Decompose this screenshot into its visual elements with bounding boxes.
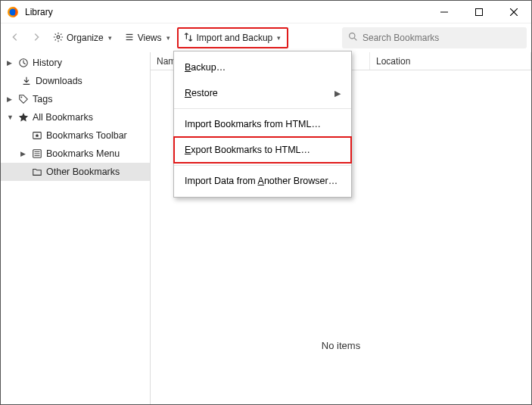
menu-separator: [174, 108, 351, 109]
menu-item-label: Backup…: [185, 62, 226, 73]
search-icon: [348, 31, 362, 45]
sidebar-item-bookmarks-toolbar[interactable]: Bookmarks Toolbar: [1, 126, 150, 145]
menu-item-label: Restore: [185, 88, 218, 98]
sidebar-item-other-bookmarks[interactable]: Other Bookmarks: [1, 163, 150, 181]
chevron-down-icon: ▾: [277, 34, 281, 42]
views-button[interactable]: Views ▾: [119, 27, 176, 48]
toolbar: Organize ▾ Views ▾ Import and Backup ▾: [1, 23, 531, 52]
sidebar-item-label: Other Bookmarks: [46, 167, 120, 177]
chevron-down-icon: ▾: [166, 34, 170, 42]
import-export-icon: [183, 32, 194, 45]
forward-arrow-icon: [31, 32, 42, 45]
menu-item-restore[interactable]: Restore ▶: [174, 80, 351, 106]
sidebar-item-label: All Bookmarks: [33, 112, 93, 123]
chevron-right-icon: ▶: [334, 89, 341, 98]
column-location[interactable]: Location: [370, 52, 531, 70]
window-title: Library: [25, 7, 427, 17]
sidebar: ▶ History Downloads ▶ Tags ▼ All Bookmar…: [1, 52, 151, 404]
close-button[interactable]: [496, 1, 531, 23]
search-input[interactable]: [362, 33, 521, 43]
chevron-down-icon: ▾: [108, 34, 112, 42]
menu-item-backup[interactable]: Backup…: [174, 55, 351, 80]
menu-item-label: Import Data from Another Browser…: [185, 176, 338, 186]
svg-point-6: [57, 36, 60, 39]
expand-icon[interactable]: ▶: [7, 95, 14, 103]
back-arrow-icon: [10, 32, 20, 45]
maximize-button[interactable]: [462, 1, 496, 23]
menu-item-import-other[interactable]: Import Data from Another Browser…: [174, 168, 351, 194]
star-icon: [17, 111, 30, 123]
expand-icon[interactable]: ▶: [7, 59, 14, 67]
import-backup-button[interactable]: Import and Backup ▾: [177, 27, 289, 48]
sidebar-item-bookmarks-menu[interactable]: ▶ Bookmarks Menu: [1, 145, 150, 163]
folder-icon: [31, 166, 43, 178]
svg-line-11: [354, 38, 356, 40]
title-bar: Library: [1, 1, 531, 23]
gear-icon: [53, 32, 64, 45]
download-icon: [20, 75, 33, 87]
window-controls: [427, 1, 531, 23]
svg-rect-3: [476, 8, 483, 15]
svg-point-10: [350, 33, 355, 39]
organize-button[interactable]: Organize ▾: [48, 27, 117, 48]
sidebar-item-label: Tags: [33, 94, 52, 104]
sidebar-item-label: Downloads: [36, 76, 82, 86]
expand-icon[interactable]: ▶: [20, 150, 28, 157]
history-icon: [17, 57, 30, 69]
sidebar-item-label: Bookmarks Toolbar: [46, 130, 127, 141]
menu-item-export-html[interactable]: Export Bookmarks to HTML…: [174, 137, 351, 163]
forward-button[interactable]: [26, 27, 46, 48]
menu-separator: [174, 165, 351, 166]
sidebar-item-history[interactable]: ▶ History: [1, 54, 150, 72]
sidebar-item-all-bookmarks[interactable]: ▼ All Bookmarks: [1, 108, 150, 126]
import-backup-label: Import and Backup: [197, 33, 273, 43]
search-container: [342, 27, 527, 48]
sidebar-item-tags[interactable]: ▶ Tags: [1, 90, 150, 108]
list-icon: [124, 32, 135, 45]
collapse-icon[interactable]: ▼: [7, 114, 14, 121]
organize-label: Organize: [67, 33, 104, 43]
menu-item-label: Export Bookmarks to HTML…: [185, 145, 310, 155]
menu-item-import-html[interactable]: Import Bookmarks from HTML…: [174, 111, 351, 137]
svg-point-13: [21, 97, 23, 98]
sidebar-item-label: History: [33, 58, 62, 68]
back-button[interactable]: [5, 27, 25, 48]
import-backup-menu: Backup… Restore ▶ Import Bookmarks from …: [173, 51, 352, 198]
bookmarks-menu-icon: [31, 148, 43, 160]
minimize-button[interactable]: [427, 1, 462, 23]
sidebar-item-downloads[interactable]: Downloads: [1, 72, 150, 90]
sidebar-item-label: Bookmarks Menu: [46, 148, 120, 159]
views-label: Views: [138, 33, 162, 43]
firefox-icon: [7, 6, 19, 18]
library-window: Library Organize ▾ Views ▾ Import and Ba…: [0, 0, 532, 405]
bookmarks-toolbar-icon: [31, 129, 43, 142]
no-items-label: No items: [151, 340, 531, 351]
tag-icon: [17, 93, 30, 105]
menu-item-label: Import Bookmarks from HTML…: [185, 119, 321, 129]
